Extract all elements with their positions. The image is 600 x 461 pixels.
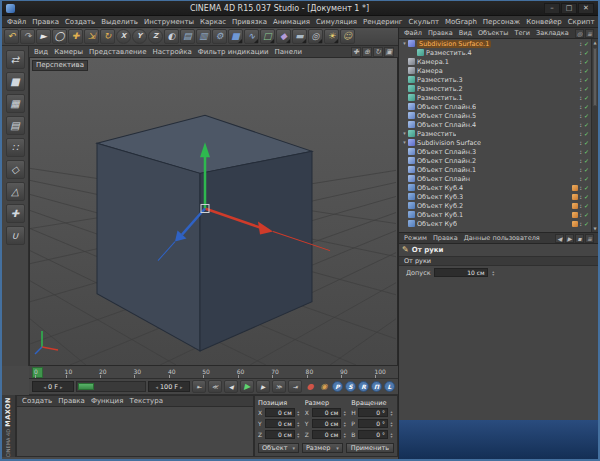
spinner[interactable]: [342, 410, 347, 416]
visibility-dots[interactable]: [580, 149, 582, 155]
history-forward-icon[interactable]: ▶: [565, 234, 574, 243]
menu-item[interactable]: Симуляция: [313, 16, 360, 27]
snap-icon[interactable]: ∪: [6, 226, 25, 245]
add-cube-icon[interactable]: ■: [228, 29, 243, 44]
visibility-dots[interactable]: [580, 113, 582, 119]
polygons-mode-icon[interactable]: △: [6, 182, 25, 201]
record-rotation-icon[interactable]: R: [358, 381, 369, 392]
menu-item[interactable]: Конвейер: [523, 16, 565, 27]
menu-item[interactable]: Привязка: [229, 16, 270, 27]
viewport-menu-item[interactable]: Фильтр индикации: [195, 48, 272, 56]
object-manager-menu-item[interactable]: Закладка: [533, 29, 572, 37]
menu-item[interactable]: Файл: [4, 16, 29, 27]
goto-end-button[interactable]: ⇥: [288, 380, 302, 393]
menu-item[interactable]: Инструменты: [141, 16, 197, 27]
visibility-dots[interactable]: [580, 131, 582, 137]
enabled-check-icon[interactable]: [584, 77, 589, 83]
visibility-dots[interactable]: [580, 212, 582, 218]
panel-menu-icon[interactable]: ≡: [585, 234, 594, 243]
object-row[interactable]: Объект Куб.4: [399, 183, 591, 192]
visibility-dots[interactable]: [580, 221, 582, 227]
record-parameter-icon[interactable]: Π: [371, 381, 382, 392]
phong-tag-icon[interactable]: [572, 212, 578, 218]
viewport-menu-item[interactable]: Настройка: [149, 48, 194, 56]
menu-item[interactable]: Окно: [598, 16, 599, 27]
play-button[interactable]: ▶: [240, 380, 254, 393]
selection-tool-icon[interactable]: ►: [36, 29, 51, 44]
enabled-check-icon[interactable]: [584, 50, 589, 56]
expand-arrow-icon[interactable]: [401, 131, 408, 136]
object-name[interactable]: Subdivision Surface.1: [417, 40, 491, 48]
object-row[interactable]: Объект Сплайн.2: [399, 156, 591, 165]
value-input[interactable]: 0 см: [312, 408, 342, 417]
size-mode-select[interactable]: Размер: [302, 443, 343, 453]
add-deformer-icon[interactable]: ◆: [276, 29, 291, 44]
menu-item[interactable]: Скульпт: [406, 16, 443, 27]
attribute-menu-item[interactable]: Правка: [430, 234, 461, 242]
enabled-check-icon[interactable]: [584, 221, 589, 227]
menu-item[interactable]: MoGraph: [442, 16, 480, 27]
add-generator-icon[interactable]: □: [260, 29, 275, 44]
object-manager-menu-item[interactable]: Объекты: [475, 29, 512, 37]
value-input[interactable]: 0 см: [265, 408, 295, 417]
enabled-check-icon[interactable]: [584, 149, 589, 155]
material-menu-item[interactable]: Создать: [19, 397, 55, 405]
value-input[interactable]: 0 см: [312, 430, 342, 439]
menu-item[interactable]: Создать: [62, 16, 98, 27]
phong-tag-icon[interactable]: [572, 194, 578, 200]
menu-item[interactable]: Анимация: [270, 16, 313, 27]
menu-item[interactable]: Скрипт: [565, 16, 598, 27]
attribute-menu-item[interactable]: Данные пользователя: [461, 234, 543, 242]
axis-y-button[interactable]: Y: [132, 29, 147, 44]
visibility-dots[interactable]: [580, 104, 582, 110]
expand-arrow-icon[interactable]: [401, 140, 408, 145]
object-list-scrollbar[interactable]: ▲ ▼: [591, 39, 598, 232]
move-tool-icon[interactable]: ✚: [68, 29, 83, 44]
object-row[interactable]: Разместить.1: [399, 93, 591, 102]
make-editable-icon[interactable]: ⇄: [6, 50, 25, 69]
menu-item[interactable]: Каркас: [197, 16, 229, 27]
enabled-check-icon[interactable]: [584, 104, 589, 110]
object-row[interactable]: Объект Сплайн.4: [399, 120, 591, 129]
current-frame-field[interactable]: 0 F: [32, 381, 74, 392]
end-step-up[interactable]: [180, 384, 183, 390]
render-view-icon[interactable]: ▤: [180, 29, 195, 44]
visibility-dots[interactable]: [580, 77, 582, 83]
object-name[interactable]: Камера: [417, 67, 443, 75]
menu-item[interactable]: Персонаж: [480, 16, 523, 27]
object-row[interactable]: Объект Сплайн.3: [399, 147, 591, 156]
enabled-check-icon[interactable]: [584, 140, 589, 146]
value-input[interactable]: 0 см: [265, 430, 295, 439]
add-light-icon[interactable]: ☀: [324, 29, 339, 44]
visibility-dots[interactable]: [580, 185, 582, 191]
material-menu-item[interactable]: Функция: [88, 397, 127, 405]
render-settings-icon[interactable]: ⚙: [212, 29, 227, 44]
visibility-dots[interactable]: [580, 167, 582, 173]
apply-button[interactable]: Применить: [346, 443, 394, 453]
pan-view-icon[interactable]: ✚: [351, 47, 361, 57]
object-name[interactable]: Объект Сплайн: [417, 175, 470, 183]
menu-item[interactable]: Выделить: [98, 16, 141, 27]
viewport-menu-item[interactable]: Панели: [272, 48, 305, 56]
add-spline-icon[interactable]: ∿: [244, 29, 259, 44]
coord-system-select[interactable]: Объект: [258, 443, 299, 453]
lock-icon[interactable]: ▪: [575, 234, 584, 243]
edges-mode-icon[interactable]: ◇: [6, 160, 25, 179]
object-name[interactable]: Объект Сплайн.4: [417, 121, 476, 129]
object-name[interactable]: Объект Сплайн.6: [417, 103, 476, 111]
object-row[interactable]: Разместить.3: [399, 75, 591, 84]
record-pla-icon[interactable]: L: [384, 381, 395, 392]
frame-step-up[interactable]: [60, 384, 63, 390]
phong-tag-icon[interactable]: [572, 185, 578, 191]
end-step-down[interactable]: [155, 384, 158, 390]
viewport-menu-item[interactable]: Вид: [31, 48, 51, 56]
spinner[interactable]: [491, 270, 496, 276]
visibility-dots[interactable]: [580, 68, 582, 74]
record-keyframe-icon[interactable]: ●: [304, 381, 316, 393]
material-menu-item[interactable]: Правка: [55, 397, 88, 405]
object-row[interactable]: Subdivision Surface.1: [399, 39, 591, 48]
visibility-dots[interactable]: [580, 95, 582, 101]
history-back-icon[interactable]: ◀: [555, 234, 564, 243]
material-list[interactable]: [16, 407, 254, 457]
object-name[interactable]: Объект Куб.1: [417, 211, 463, 219]
